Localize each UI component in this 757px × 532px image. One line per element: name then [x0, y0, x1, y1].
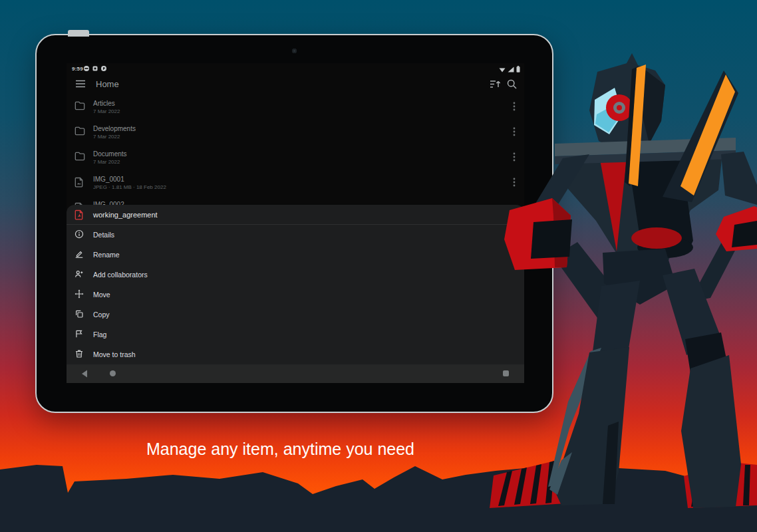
promo-screenshot: 9:59 Home	[0, 0, 757, 532]
menu-item-move[interactable]: Move	[67, 285, 524, 305]
promo-caption: Manage any item, anytime you need	[0, 440, 561, 459]
flag-icon	[75, 329, 84, 338]
info-icon	[75, 229, 84, 239]
menu-item-label: Rename	[93, 251, 120, 259]
app-notification-p-icon	[101, 66, 106, 71]
image-file-icon	[75, 177, 83, 188]
file-meta: 7 Mar 2022	[93, 108, 120, 114]
file-name: Documents	[93, 150, 127, 158]
menu-item-move-to-trash[interactable]: Move to trash	[67, 344, 524, 364]
robot-mascot-illustration	[491, 53, 757, 532]
menu-item-label: Move	[93, 291, 110, 299]
file-name: Developments	[93, 125, 136, 132]
file-name: IMG_0001	[93, 176, 124, 183]
clock: 9:59	[72, 66, 83, 72]
file-meta: JPEG · 1.81 MB · 18 Feb 2022	[93, 184, 166, 190]
list-item[interactable]: Documents 7 Mar 2022	[67, 145, 524, 170]
app-screen: 9:59 Home	[67, 63, 524, 383]
status-bar: 9:59	[67, 63, 524, 74]
move-icon	[75, 289, 84, 299]
tablet-power-button	[68, 30, 89, 37]
folder-icon	[75, 152, 85, 161]
menu-item-label: Add collaborators	[93, 271, 148, 279]
hamburger-menu-icon[interactable]	[75, 79, 86, 88]
menu-item-label: Flag	[93, 331, 106, 338]
page-title: Home	[96, 79, 119, 89]
menu-item-details[interactable]: Details	[67, 225, 524, 245]
folder-icon	[75, 126, 85, 136]
home-button[interactable]	[110, 370, 116, 376]
pdf-file-icon	[75, 209, 83, 220]
list-item[interactable]: Developments 7 Mar 2022	[67, 120, 524, 145]
back-button[interactable]	[81, 370, 88, 378]
menu-item-copy[interactable]: Copy	[67, 305, 524, 325]
android-nav-bar	[67, 364, 524, 383]
tablet-device-frame: 9:59 Home	[35, 34, 553, 413]
list-item[interactable]: IMG_0001 JPEG · 1.81 MB · 18 Feb 2022	[67, 170, 524, 196]
menu-item-rename[interactable]: Rename	[67, 245, 524, 265]
menu-item-label: Copy	[93, 311, 110, 319]
do-not-disturb-icon	[84, 66, 89, 71]
trash-icon	[75, 349, 84, 358]
tablet-front-camera	[292, 49, 297, 53]
person-add-icon	[75, 269, 84, 279]
edit-pencil-icon	[75, 249, 84, 259]
app-notification-icon	[92, 66, 98, 71]
menu-item-label: Move to trash	[93, 350, 136, 358]
menu-item-label: Details	[93, 231, 114, 239]
file-meta: 7 Mar 2022	[93, 159, 120, 165]
folder-icon	[75, 101, 85, 110]
selected-file-name: working_agreement	[93, 211, 158, 219]
app-bar: Home	[67, 74, 524, 94]
menu-item-add-collaborators[interactable]: Add collaborators	[67, 265, 524, 285]
list-item[interactable]: Articles 7 Mar 2022	[67, 94, 524, 120]
file-meta: 7 Mar 2022	[93, 134, 120, 140]
context-menu-header: working_agreement	[67, 205, 524, 225]
menu-item-flag[interactable]: Flag	[67, 325, 524, 344]
copy-icon	[75, 309, 84, 319]
file-name: Articles	[93, 100, 115, 107]
context-menu-sheet: working_agreement Details Rename Add col…	[67, 205, 524, 364]
